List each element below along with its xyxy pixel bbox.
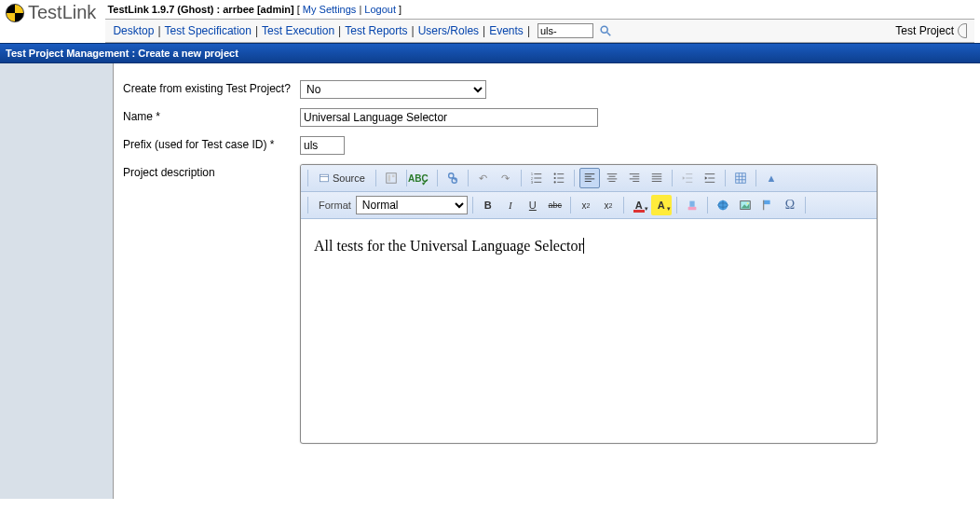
logo: TestLink [6, 2, 105, 23]
toolbar-row-2: Format Normal B I U abc x2 x2 A▾ [301, 192, 877, 219]
svg-rect-4 [387, 173, 397, 184]
svg-point-58 [746, 202, 748, 204]
editor-body[interactable]: All tests for the Universal Language Sel… [301, 219, 877, 443]
topbar: TestLink TestLink 1.9.7 (Ghost) : arrbee… [0, 0, 980, 43]
nav-test-reports[interactable]: Test Reports [345, 24, 407, 37]
bold-button[interactable]: B [478, 195, 498, 215]
svg-text:1: 1 [531, 172, 533, 176]
search-icon[interactable] [599, 24, 612, 37]
strike-button[interactable]: abc [545, 195, 565, 215]
row-description: Project description Source ABC✓ [123, 164, 980, 444]
nav-test-exec[interactable]: Test Execution [262, 24, 334, 37]
align-justify-icon[interactable] [647, 168, 667, 188]
align-center-icon[interactable] [602, 168, 622, 188]
svg-point-20 [553, 181, 555, 183]
svg-marker-43 [705, 176, 708, 180]
spellcheck-icon[interactable]: ABC✓ [412, 168, 432, 188]
underline-button[interactable]: U [523, 195, 543, 215]
undo-icon[interactable]: ↶ [473, 168, 494, 188]
page-title-bar: Test Project Management : Create a new p… [0, 43, 980, 63]
format-select[interactable]: Normal [356, 196, 468, 214]
svg-rect-6 [392, 175, 395, 178]
svg-text:2: 2 [531, 177, 533, 181]
indent-icon[interactable] [700, 168, 720, 188]
logo-icon [6, 4, 24, 22]
align-right-icon[interactable] [624, 168, 645, 188]
row-prefix: Prefix (used for Test case ID) * [123, 136, 980, 155]
anchor-icon[interactable] [757, 195, 778, 215]
collapse-toolbar-icon[interactable]: ▲ [761, 168, 782, 188]
label-name: Name * [123, 108, 300, 127]
toolbar-row-1: Source ABC✓ ↶ ↷ 123 [301, 165, 877, 192]
project-select[interactable] [958, 23, 967, 38]
svg-rect-5 [388, 175, 390, 182]
row-name: Name * [123, 108, 980, 127]
logout-link[interactable]: Logout [364, 4, 396, 15]
svg-marker-39 [683, 176, 686, 180]
outdent-icon[interactable] [677, 168, 698, 188]
find-icon[interactable] [442, 168, 463, 188]
svg-point-18 [553, 177, 555, 179]
svg-rect-2 [320, 174, 329, 182]
svg-line-1 [607, 33, 611, 36]
svg-point-16 [553, 173, 555, 175]
bg-color-button[interactable]: A▾ [651, 195, 672, 215]
text-color-button[interactable]: A▾ [629, 195, 649, 215]
align-left-icon[interactable] [579, 168, 600, 188]
svg-text:3: 3 [531, 181, 533, 185]
svg-rect-46 [736, 173, 746, 184]
bullet-list-icon[interactable] [549, 168, 569, 188]
numbered-list-icon[interactable]: 123 [526, 168, 547, 188]
nav-desktop[interactable]: Desktop [113, 24, 154, 37]
redo-icon[interactable]: ↷ [496, 168, 516, 188]
version-info: TestLink 1.9.7 (Ghost) : arrbee [admin] [107, 4, 293, 15]
label-prefix: Prefix (used for Test case ID) * [123, 136, 300, 155]
label-create-from: Create from existing Test Project? [123, 80, 300, 99]
header-line: TestLink 1.9.7 (Ghost) : arrbee [admin] … [105, 2, 974, 19]
link-icon[interactable] [713, 195, 733, 215]
format-label: Format [319, 200, 351, 211]
row-create-from: Create from existing Test Project? No [123, 80, 980, 99]
left-pane [0, 63, 114, 499]
special-char-icon[interactable]: Ω [780, 195, 800, 215]
project-label: Test Project [895, 24, 954, 37]
nav-test-spec[interactable]: Test Specification [165, 24, 252, 37]
rich-editor: Source ABC✓ ↶ ↷ 123 [300, 164, 878, 444]
svg-rect-51 [687, 207, 696, 211]
select-create-from[interactable]: No [300, 80, 486, 99]
table-icon[interactable] [730, 168, 751, 188]
navbar: Desktop | Test Specification | Test Exec… [105, 19, 974, 43]
svg-point-0 [601, 26, 607, 33]
nav-users-roles[interactable]: Users/Roles [418, 24, 479, 37]
remove-format-icon[interactable] [682, 195, 702, 215]
italic-button[interactable]: I [500, 195, 521, 215]
superscript-button[interactable]: x2 [598, 195, 619, 215]
right-pane: Create from existing Test Project? No Na… [114, 63, 980, 499]
my-settings-link[interactable]: My Settings [303, 4, 356, 15]
main-area: Create from existing Test Project? No Na… [0, 63, 980, 499]
svg-rect-59 [763, 200, 769, 204]
search-input[interactable] [538, 23, 593, 38]
input-prefix[interactable] [300, 136, 345, 155]
templates-icon[interactable] [381, 168, 402, 188]
label-description: Project description [123, 164, 300, 444]
image-icon[interactable] [735, 195, 755, 215]
subscript-button[interactable]: x2 [576, 195, 596, 215]
nav-events[interactable]: Events [489, 24, 524, 37]
app-name: TestLink [28, 2, 96, 23]
input-name[interactable] [300, 108, 598, 127]
source-button[interactable]: Source [313, 168, 371, 188]
svg-rect-52 [689, 201, 694, 207]
editor-content: All tests for the Universal Language Sel… [314, 238, 583, 254]
top-right: TestLink 1.9.7 (Ghost) : arrbee [admin] … [105, 2, 974, 43]
